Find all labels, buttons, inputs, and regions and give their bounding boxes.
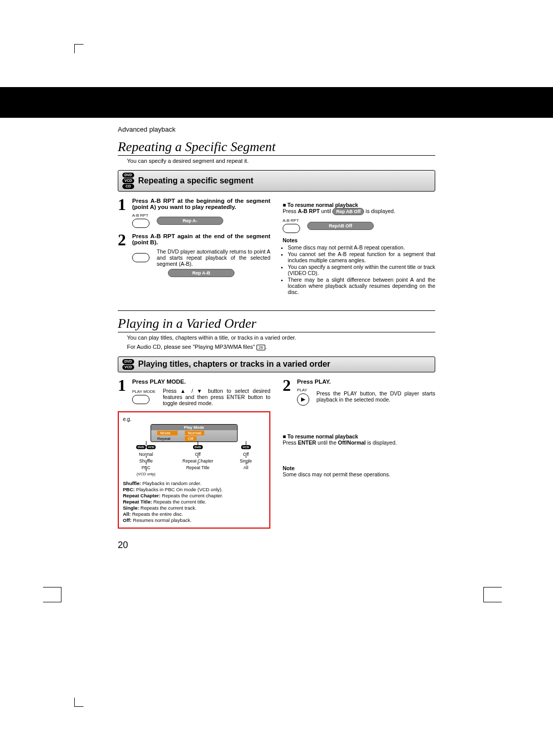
osd-indicator: RepAB Off [307, 222, 374, 230]
playmode-osd: Play Mode ModeNormal RepeatOff [151, 424, 238, 442]
playmode-definitions: Shuffle: Playbacks in random order. PBC:… [123, 480, 265, 523]
feature-subtitle: You can play titles, chapters within a t… [127, 334, 435, 341]
button-label: PLAY MODE [132, 389, 156, 394]
button-label: A-B RPT [283, 218, 300, 223]
page-ref-icon: 26 [257, 345, 265, 350]
media-icon: CD [122, 184, 134, 189]
feature-title-varied: Playing in a Varied Order [118, 316, 435, 331]
feature-subtitle: You can specify a desired segment and re… [127, 158, 435, 164]
osd-inline: Rep AB Off [332, 208, 364, 215]
audio-cd-note: For Audio CD, please see "Playing MP3/WM… [127, 344, 435, 350]
playmode-button-icon [132, 395, 150, 404]
ab-rpt-button-icon [132, 253, 150, 262]
crop-mark [74, 44, 83, 53]
ab-rpt-button-icon [132, 219, 150, 228]
step-2: 2 Press A-B RPT again at the end of the … [118, 233, 270, 277]
resume-heading: To resume normal playback [283, 202, 435, 208]
playmode-diagram: e.g. Play Mode ModeNormal RepeatOff DVDV… [118, 411, 270, 529]
note-item: You can specify a segment only within th… [288, 264, 435, 276]
divider [118, 310, 435, 311]
note-item: You cannot set the A-B repeat function f… [288, 251, 435, 263]
resume-text: Press ENTER until the Off/Normal is disp… [283, 439, 435, 446]
eg-label: e.g. [123, 416, 265, 422]
media-icon: VCD [122, 365, 134, 370]
osd-indicator: Rep A- [157, 217, 223, 225]
note-item: There may be a slight difference between… [288, 277, 435, 295]
step-number: 1 [118, 198, 129, 229]
media-icon: VCD [122, 178, 134, 183]
ab-rpt-button-icon [283, 224, 300, 233]
page-number: 20 [118, 540, 435, 551]
button-label: PLAY [297, 388, 309, 392]
step-desc: Press the PLAY button, the DVD player st… [316, 390, 435, 403]
step-1: 1 Press A-B RPT at the beginning of the … [118, 198, 270, 229]
notes-heading: Notes [283, 237, 435, 243]
note-heading: Note [283, 465, 435, 471]
section-heading-repeat: DVD VCD CD Repeating a specific segment [118, 170, 435, 192]
media-icon: DVD [122, 173, 134, 178]
media-icon: DVD [122, 359, 134, 364]
osd-indicator: Rep A-B [168, 269, 235, 277]
section-heading-varied: DVD VCD Playing titles, chapters or trac… [118, 356, 435, 372]
step-title: Press PLAY MODE. [132, 379, 270, 385]
breadcrumb: Advanced playback [118, 125, 435, 133]
resume-text: Press A-B RPT until Rep AB Off is displa… [283, 208, 435, 215]
step-title: Press A-B RPT at the beginning of the se… [132, 198, 270, 210]
step-1: 1 Press PLAY MODE. PLAY MODE Press ▲ / ▼… [118, 379, 270, 407]
step-desc: The DVD player automatically returns to … [157, 248, 270, 267]
step-2: 2 Press PLAY. PLAY ▶ Press the PLAY butt… [283, 379, 435, 407]
step-desc: Press ▲ / ▼ button to select desired fea… [163, 388, 270, 406]
notes-list: Some discs may not permit A-B repeat ope… [283, 244, 435, 295]
step-title: Press PLAY. [297, 379, 435, 385]
note-item: Some discs may not permit A-B repeat ope… [288, 244, 435, 250]
resume-heading: To resume normal playback [283, 433, 435, 439]
step-number: 2 [118, 233, 129, 277]
play-button-icon: ▶ [297, 393, 309, 406]
step-number: 1 [118, 379, 129, 407]
note-text: Some discs may not permit these operatio… [283, 471, 435, 477]
section-heading-text: Repeating a specific segment [138, 176, 253, 185]
button-label: A-B RPT [132, 213, 150, 218]
step-title: Press A-B RPT again at the end of the se… [132, 233, 270, 245]
step-number: 2 [283, 379, 294, 407]
feature-title-repeat: Repeating a Specific Segment [118, 139, 435, 155]
playmode-title: Play Mode [151, 425, 237, 430]
section-heading-text: Playing titles, chapters or tracks in a … [138, 360, 330, 369]
header-band [0, 87, 553, 118]
